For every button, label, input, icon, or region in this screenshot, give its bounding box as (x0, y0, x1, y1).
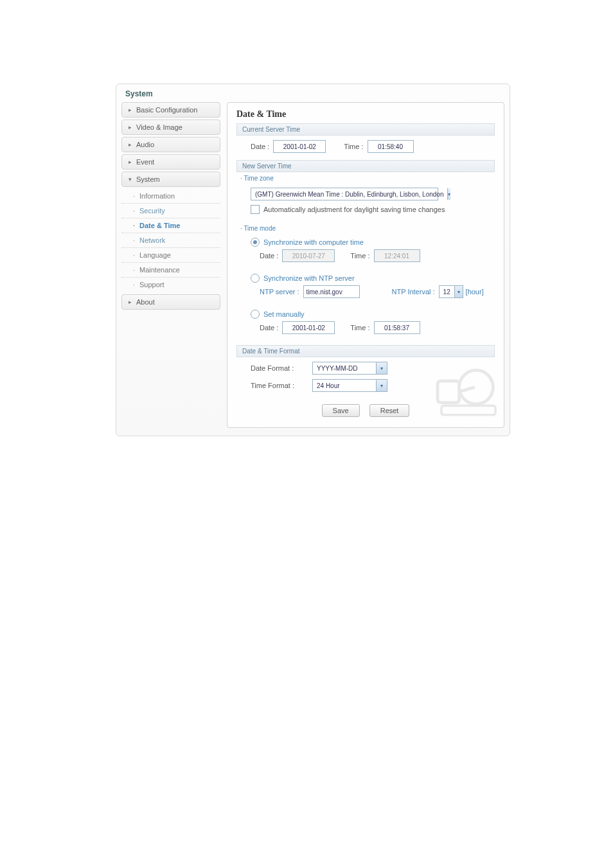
ntp-server-label: NTP server : (260, 288, 299, 296)
section-current-server-time: Current Server Time (236, 123, 495, 136)
chevron-down-icon: ▾ (454, 286, 463, 297)
sidebar-group-basic-configuration[interactable]: Basic Configuration (121, 102, 220, 118)
sidebar-group-system[interactable]: System (121, 172, 220, 187)
date-format-select[interactable]: YYYY-MM-DD ▾ (312, 362, 387, 375)
mode-ntp-fields: NTP server : NTP Interval : 12 ▾ [hour] (256, 284, 495, 303)
chevron-down-icon: ▾ (376, 380, 387, 391)
manual-date-label: Date : (260, 324, 278, 332)
current-time-row: Date : Time : (247, 136, 495, 157)
mode-ntp-row: Synchronize with NTP server (247, 269, 495, 284)
sidebar-group-label: About (136, 298, 155, 306)
date-format-label: Date Format : (251, 364, 308, 372)
ntp-interval-select[interactable]: 12 ▾ (439, 285, 463, 298)
sidebar-group-label: System (136, 175, 160, 183)
sidebar-group-event[interactable]: Event (121, 154, 220, 170)
ntp-interval-label: NTP Interval : (392, 288, 435, 296)
page-title: Date & Time (236, 109, 495, 120)
sidebar-item-security[interactable]: Security (121, 204, 220, 218)
sidebar-group-video-image[interactable]: Video & Image (121, 120, 220, 135)
current-date-value (273, 140, 326, 153)
section-new-server-time: New Server Time (236, 160, 495, 172)
mode-manual-row: Set manually (247, 305, 495, 320)
time-format-label: Time Format : (251, 382, 308, 389)
mode-manual-fields: Date : Time : (256, 320, 495, 339)
sidebar-item-date-time[interactable]: Date & Time (121, 218, 220, 233)
timezone-heading: · Time zone (236, 172, 495, 183)
manual-date-input[interactable] (282, 321, 335, 334)
mode-ntp-radio[interactable] (251, 274, 260, 283)
sidebar-item-language[interactable]: Language (121, 248, 220, 263)
time-format-value: 24 Hour (313, 382, 344, 389)
sidebar-group-label: Video & Image (136, 123, 182, 131)
time-format-select[interactable]: 24 Hour ▾ (312, 379, 387, 392)
button-row: Save Reset (236, 396, 495, 418)
dst-checkbox-label: Automatically adjustment for daylight sa… (263, 206, 445, 213)
chevron-down-icon: ▾ (376, 362, 387, 374)
computer-date-label: Date : (260, 252, 278, 260)
mode-computer-fields: Date : Time : (256, 248, 495, 267)
dst-row: Automatically adjustment for daylight sa… (247, 205, 495, 218)
section-date-time-format: Date & Time Format (236, 345, 495, 357)
expand-icon (127, 107, 133, 113)
current-time-label: Time : (344, 143, 363, 150)
sidebar-item-network[interactable]: Network (121, 233, 220, 248)
timezone-row: (GMT) Greenwich Mean Time : Dublin, Edin… (247, 183, 495, 205)
mode-manual-radio[interactable] (251, 310, 260, 319)
current-date-label: Date : (251, 143, 269, 150)
sidebar: Basic Configuration Video & Image Audio … (121, 102, 220, 428)
sidebar-group-label: Event (136, 158, 154, 166)
ntp-interval-unit: [hour] (466, 288, 484, 296)
content-panel: Date & Time Current Server Time Date : T… (227, 102, 504, 428)
reset-button[interactable]: Reset (369, 404, 410, 417)
computer-time-label: Time : (350, 252, 369, 260)
time-format-row: Time Format : 24 Hour ▾ (247, 379, 495, 396)
mode-manual-label: Set manually (263, 310, 305, 318)
date-format-row: Date Format : YYYY-MM-DD ▾ (247, 357, 495, 379)
timemode-heading: · Time mode (236, 222, 495, 233)
mode-computer-label: Synchronize with computer time (263, 238, 364, 246)
timezone-select-value: (GMT) Greenwich Mean Time : Dublin, Edin… (251, 191, 447, 198)
sidebar-group-audio[interactable]: Audio (121, 137, 220, 152)
layout: Basic Configuration Video & Image Audio … (121, 102, 504, 428)
sidebar-item-maintenance[interactable]: Maintenance (121, 263, 220, 278)
expand-icon (127, 159, 133, 165)
settings-window: System Basic Configuration Video & Image… (116, 84, 510, 436)
ntp-interval-value: 12 (440, 288, 454, 296)
computer-date-value (282, 249, 335, 262)
timezone-select[interactable]: (GMT) Greenwich Mean Time : Dublin, Edin… (251, 188, 438, 200)
sidebar-group-label: Audio (136, 141, 154, 148)
dst-checkbox[interactable] (251, 205, 260, 214)
sidebar-item-information[interactable]: Information (121, 189, 220, 204)
window-title: System (116, 84, 510, 102)
mode-computer-row: Synchronize with computer time (247, 233, 495, 248)
ntp-server-input[interactable] (303, 285, 360, 298)
chevron-down-icon: ▾ (447, 188, 450, 200)
expand-icon (127, 141, 133, 148)
sidebar-group-label: Basic Configuration (136, 106, 197, 114)
collapse-icon (127, 176, 133, 182)
sidebar-item-support[interactable]: Support (121, 278, 220, 292)
save-button[interactable]: Save (322, 404, 360, 417)
expand-icon (127, 124, 133, 130)
current-time-value (368, 140, 414, 153)
expand-icon (127, 299, 133, 305)
mode-computer-radio[interactable] (251, 238, 260, 247)
mode-ntp-label: Synchronize with NTP server (263, 274, 355, 282)
computer-time-value (374, 249, 420, 262)
sidebar-system-subitems: Information Security Date & Time Network… (121, 189, 220, 294)
sidebar-group-about[interactable]: About (121, 294, 220, 310)
date-format-value: YYYY-MM-DD (313, 365, 362, 372)
manual-time-input[interactable] (374, 321, 420, 334)
manual-time-label: Time : (350, 324, 369, 332)
